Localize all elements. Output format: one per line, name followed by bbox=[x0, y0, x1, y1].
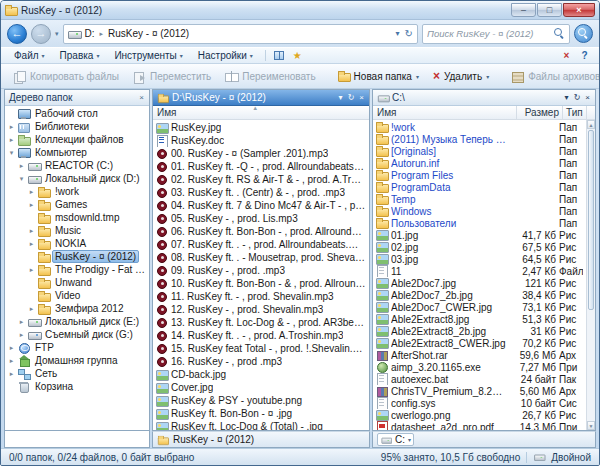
tree-item[interactable]: ▸Games bbox=[5, 198, 149, 211]
tree-item[interactable]: ▸FTP bbox=[5, 341, 149, 354]
tree-expander-icon[interactable]: ▸ bbox=[17, 162, 26, 169]
search-input[interactable]: Поиск RusKey - ¤ (2012) bbox=[422, 24, 570, 44]
tree-expander-icon[interactable]: ▸ bbox=[27, 188, 36, 195]
panel-refresh-icon[interactable]: ↻ bbox=[347, 94, 356, 102]
forward-button[interactable]: → bbox=[31, 24, 51, 44]
tree-item[interactable]: Video bbox=[5, 289, 149, 302]
tree-expander-icon[interactable]: ▸ bbox=[27, 266, 36, 273]
rename-button[interactable]: Переименовать bbox=[219, 66, 321, 87]
tree-expander-icon[interactable]: ▸ bbox=[27, 240, 36, 247]
file-row[interactable]: Able2Extract8_2b.jpg31 КбРис bbox=[373, 325, 586, 337]
tree-item[interactable]: ▸The Prodigy - Fat Of The Land 1997 bbox=[5, 263, 149, 276]
file-row[interactable]: aimp_3.20.1165.exe7,27 МбПри bbox=[373, 361, 586, 373]
close-button[interactable]: × bbox=[563, 3, 595, 17]
file-row[interactable]: 01.jpg41,7 КбРис bbox=[373, 229, 586, 241]
address-bar[interactable]: D: ▸ RusKey - ¤ (2012) ▾ ↻ bbox=[63, 24, 418, 44]
tree-expander-icon[interactable]: ▸ bbox=[7, 370, 16, 377]
tree-expander-icon[interactable]: ▸ bbox=[17, 318, 26, 325]
archive-files-button[interactable]: Файлы архивов▾ bbox=[505, 66, 600, 87]
inactive-panel-path-bar[interactable]: C:\ ▾ ↻ × bbox=[373, 90, 595, 106]
file-row[interactable]: 07. RusKey ft. . - , prod. Allroundabeat… bbox=[153, 238, 369, 251]
menu-file[interactable]: Файл▾ bbox=[7, 49, 52, 62]
tree-expander-icon[interactable]: ▸ bbox=[7, 123, 16, 130]
file-row[interactable]: 112,47 КбФайл bbox=[373, 265, 586, 277]
menu-edit[interactable]: Правка▾ bbox=[53, 49, 107, 62]
minimize-button[interactable]: – bbox=[511, 3, 536, 17]
file-row[interactable]: 11. RusKey ft. - , prod. Shevalin.mp3 bbox=[153, 290, 369, 303]
file-row[interactable]: RusKey & PSY - youtube.png bbox=[153, 394, 369, 407]
exit-icon[interactable]: × bbox=[558, 49, 575, 63]
panel-menu-icon[interactable]: ▾ bbox=[338, 94, 344, 102]
tree-expander-icon[interactable]: ▸ bbox=[7, 357, 16, 364]
tree-item[interactable]: ▸!work bbox=[5, 185, 149, 198]
file-row[interactable]: Able2Extract8_CWER.jpg70,2 КбРис bbox=[373, 337, 586, 349]
file-row[interactable]: 14. RusKey ft. . - , prod. A.Troshin.mp3 bbox=[153, 329, 369, 342]
file-row[interactable]: config.sys10 байтСис bbox=[373, 397, 586, 409]
file-row[interactable]: 02.jpg67,5 КбРис bbox=[373, 241, 586, 253]
tree-expander-icon[interactable]: ▸ bbox=[27, 227, 36, 234]
tree-item[interactable]: ▸Домашняя группа bbox=[5, 354, 149, 367]
file-row[interactable]: WindowsПап bbox=[373, 205, 586, 217]
file-row[interactable]: datasheet_a2d_pro.pdf14,3 МбПри bbox=[373, 421, 586, 430]
tree-item[interactable]: Рабочий стол bbox=[5, 107, 149, 120]
file-row[interactable]: RusKey.jpg bbox=[153, 121, 369, 134]
column-name[interactable]: Имя bbox=[373, 106, 516, 119]
file-row[interactable]: 06. RusKey ft. Bon-Bon - , prod. Allroun… bbox=[153, 225, 369, 238]
file-row[interactable]: 03.jpg64,5 КбРис bbox=[373, 253, 586, 265]
file-row[interactable]: RusKey.doc bbox=[153, 134, 369, 147]
file-row[interactable]: Able2Doc7_2b.jpg38,4 КбРис bbox=[373, 289, 586, 301]
breadcrumb-folder[interactable]: RusKey - ¤ (2012) bbox=[106, 28, 191, 39]
file-row[interactable]: cwerlogo.png26,7 КбРис bbox=[373, 409, 586, 421]
file-row[interactable]: 12. RusKey - , prod. Shevalin.mp3 bbox=[153, 303, 369, 316]
tree-item[interactable]: Unwand bbox=[5, 276, 149, 289]
menu-tools[interactable]: Инструменты▾ bbox=[107, 49, 189, 62]
file-row[interactable]: Cover.jpg bbox=[153, 381, 369, 394]
panel-layout-icon[interactable] bbox=[271, 49, 288, 63]
file-row[interactable]: 03. RusKey ft. . (Centr) & - , prod. .mp… bbox=[153, 186, 369, 199]
panel-close-icon[interactable]: × bbox=[584, 94, 591, 102]
scroll-up-icon[interactable]: ▲ bbox=[587, 120, 595, 129]
file-row[interactable]: CD-back.jpg bbox=[153, 368, 369, 381]
tree-item[interactable]: ▸Земфира 2012 bbox=[5, 302, 149, 315]
tree-item[interactable]: msdownld.tmp bbox=[5, 211, 149, 224]
file-row[interactable]: !workПап bbox=[373, 121, 586, 133]
tree-item[interactable]: ▸Библиотеки bbox=[5, 120, 149, 133]
file-row[interactable]: [Originals]Пап bbox=[373, 145, 586, 157]
search-button[interactable] bbox=[574, 24, 593, 43]
file-row[interactable]: Able2Extract8.jpg51,3 КбРис bbox=[373, 313, 586, 325]
help-icon[interactable]: ? bbox=[576, 49, 593, 63]
file-row[interactable]: Autorun.infПап bbox=[373, 157, 586, 169]
column-name[interactable]: ▲Имя bbox=[153, 106, 369, 119]
tree-item[interactable]: ▸Локальный диск (E:) bbox=[5, 315, 149, 328]
new-folder-button[interactable]: Новая папка▾ bbox=[332, 66, 425, 87]
copy-files-button[interactable]: Копировать файлы bbox=[7, 66, 125, 87]
column-type[interactable]: Тип bbox=[562, 106, 586, 119]
panel-close-icon[interactable]: × bbox=[358, 94, 365, 102]
panel-mode-label[interactable]: Двойной bbox=[551, 452, 591, 463]
file-row[interactable]: Able2Doc7.jpg121 КбРис bbox=[373, 277, 586, 289]
file-row[interactable]: ПользователиПап bbox=[373, 217, 586, 229]
column-size[interactable]: Размер bbox=[516, 106, 562, 119]
tree-item[interactable]: RusKey - ¤ (2012) bbox=[5, 250, 149, 263]
title-bar[interactable]: RusKey - ¤ (2012) – □ × bbox=[1, 1, 599, 20]
tree-item[interactable]: ▸Сеть bbox=[5, 367, 149, 380]
tree-item[interactable]: ▸REACTOR (C:) bbox=[5, 159, 149, 172]
history-dropdown-icon[interactable]: ▾ bbox=[55, 30, 59, 38]
tree-expander-icon[interactable]: ▸ bbox=[27, 305, 36, 312]
file-row[interactable]: Able2Doc7_CWER.jpg73,1 КбРис bbox=[373, 301, 586, 313]
file-row[interactable]: ChrisTV_Premium_8.20.rar5,60 МбАрх bbox=[373, 385, 586, 397]
file-row[interactable]: 04. RusKey ft. 7 & Dino Mc47 & Air-T - ,… bbox=[153, 199, 369, 212]
menu-settings[interactable]: Настройки▾ bbox=[191, 49, 260, 62]
file-row[interactable]: 16. RusKey - , prod .mp3 bbox=[153, 355, 369, 368]
file-row[interactable]: Program FilesПап bbox=[373, 169, 586, 181]
file-row[interactable]: (2011) Музыка Теперь ЛегальнаПап bbox=[373, 133, 586, 145]
file-row[interactable]: 09. RusKey - , prod. .mp3 bbox=[153, 264, 369, 277]
tree-item[interactable]: Корзина bbox=[5, 380, 149, 393]
vertical-scrollbar[interactable]: ▲ ▼ bbox=[586, 120, 595, 430]
tree-expander-icon[interactable]: ▸ bbox=[7, 136, 16, 143]
maximize-button[interactable]: □ bbox=[537, 3, 562, 17]
tree-item[interactable]: ▸Music bbox=[5, 224, 149, 237]
scrollbar-thumb[interactable] bbox=[588, 130, 594, 310]
back-button[interactable]: ← bbox=[7, 24, 27, 44]
file-row[interactable]: TempПап bbox=[373, 193, 586, 205]
